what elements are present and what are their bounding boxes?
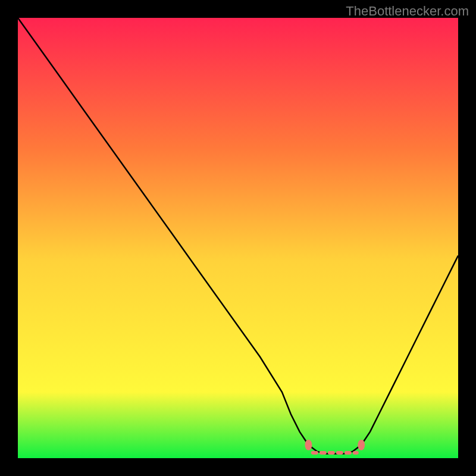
chart-area [18,18,458,458]
bottleneck-curve [18,18,458,454]
attribution-text: TheBottlenecker.com [346,4,469,19]
marker-flat-left-end [305,440,312,450]
chart-svg [18,18,458,458]
marker-flat-right-end [358,440,365,450]
